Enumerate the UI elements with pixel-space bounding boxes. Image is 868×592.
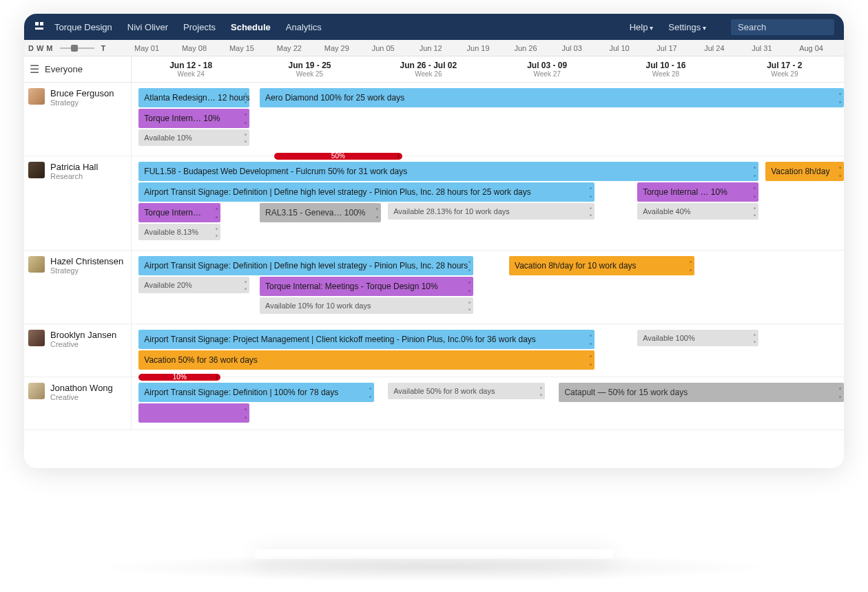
ruler-tick: Jul 17	[654, 44, 701, 52]
bars-cell: Airport Transit Signage: Project Managem…	[132, 324, 844, 377]
gantt-bar[interactable]: Available 28.13% for 10 work days	[388, 203, 595, 220]
ruler-tick: Jul 24	[701, 44, 749, 52]
week-cell[interactable]: Jun 12 - 18Week 24	[132, 56, 250, 82]
nav-projects[interactable]: Projects	[183, 22, 216, 32]
ruler-tick: Jun 05	[369, 44, 417, 52]
bars-cell: Atlanta Redesign… 12 hoursAero Diamond 1…	[132, 83, 844, 156]
ruler-tick: Jun 19	[464, 44, 512, 52]
gantt-bar[interactable]: Vacation 8h/day	[765, 162, 844, 181]
gantt-bar[interactable]: Atlanta Redesign… 12 hours	[138, 88, 249, 107]
zoom-t[interactable]: T	[101, 44, 106, 52]
week-cell[interactable]: Jun 19 - 25Week 25	[250, 56, 369, 82]
person-name: Patricia Hall	[50, 162, 98, 172]
person-cell[interactable]: Brooklyn JansenCreative	[24, 324, 132, 377]
ruler-tick: May 29	[322, 44, 369, 52]
ruler-tick: Jul 03	[559, 44, 606, 52]
nav-user[interactable]: Nivi Oliver	[127, 22, 168, 32]
gantt-bar[interactable]: Available 40%	[637, 203, 758, 220]
date-ruler: D W M T May 01May 08May 15May 22May 29Ju…	[24, 40, 844, 56]
person-row: Bruce FergusonStrategyAtlanta Redesign… …	[24, 83, 844, 156]
gantt-bar[interactable]: Torque Intern…	[138, 203, 220, 222]
ruler-tick: Jul 10	[606, 44, 654, 52]
search-input[interactable]	[738, 22, 827, 32]
ruler-tick: May 01	[132, 44, 179, 52]
person-name: Brooklyn Jansen	[50, 330, 116, 340]
zoom-d[interactable]: D	[28, 44, 34, 52]
person-cell[interactable]: Patricia HallResearch	[24, 156, 132, 250]
week-cell[interactable]: Jul 03 - 09Week 27	[488, 56, 606, 82]
ruler-tick: May 15	[227, 44, 274, 52]
gantt-bar[interactable]: Catapult — 50% for 15 work days	[559, 383, 844, 402]
search-box[interactable]	[731, 19, 834, 35]
avatar	[28, 330, 45, 346]
person-role: Strategy	[50, 98, 114, 107]
person-row: Brooklyn JansenCreativeAirport Transit S…	[24, 324, 844, 377]
week-cell[interactable]: Jul 10 - 16Week 28	[606, 56, 725, 82]
zoom-m[interactable]: M	[46, 44, 52, 52]
gantt-bar[interactable]	[138, 403, 249, 423]
gantt-bar[interactable]: Airport Transit Signage: Definition | De…	[138, 256, 473, 275]
svg-rect-2	[35, 28, 43, 30]
nav-settings[interactable]: Settings	[668, 22, 706, 32]
gantt-bar[interactable]: Airport Transit Signage: Definition | 10…	[138, 383, 373, 402]
ruler-tick: Jul 31	[749, 44, 796, 52]
avatar	[28, 383, 45, 399]
week-cell[interactable]: Jun 26 - Jul 02Week 26	[369, 56, 488, 82]
ruler-tick: Jun 26	[512, 44, 559, 52]
ruler-tick: Jun 12	[417, 44, 464, 52]
svg-rect-1	[40, 22, 43, 25]
gantt-bar[interactable]: Vacation 50% for 36 work days	[138, 350, 595, 370]
avatar	[28, 256, 45, 273]
gantt-bar[interactable]: Available 10%	[138, 129, 249, 146]
gantt-bar[interactable]: Available 8.13%	[138, 224, 220, 240]
gantt-bar[interactable]: Airport Transit Signage: Definition | De…	[138, 182, 595, 202]
person-name: Bruce Ferguson	[50, 88, 114, 98]
gantt-bar[interactable]: Available 100%	[637, 330, 758, 346]
ruler-tick: Aug 04	[796, 44, 844, 52]
app-logo-icon	[34, 21, 45, 32]
nav-help[interactable]: Help	[630, 22, 654, 32]
svg-rect-0	[35, 22, 39, 25]
person-row: Hazel ChristensenStrategyAirport Transit…	[24, 251, 844, 324]
avatar	[28, 88, 45, 105]
gantt-bar[interactable]: Available 20%	[138, 277, 249, 293]
bars-cell: 50%FUL1.58 - Budapest Web Development - …	[132, 156, 844, 250]
brand[interactable]: Torque Design	[54, 22, 112, 32]
bars-cell: Airport Transit Signage: Definition | De…	[132, 251, 844, 324]
gantt-bar[interactable]: Available 50% for 8 work days	[388, 383, 544, 399]
person-name: Jonathon Wong	[50, 383, 113, 393]
week-cell[interactable]: Jul 17 - 2Week 29	[725, 56, 844, 82]
gantt-bar[interactable]: 50%	[274, 153, 402, 160]
week-header: ☰ Everyone Jun 12 - 18Week 24Jun 19 - 25…	[24, 56, 844, 83]
gantt-bar[interactable]: FUL1.58 - Budapest Web Development - Ful…	[138, 162, 758, 181]
person-name: Hazel Christensen	[50, 256, 123, 266]
avatar	[28, 162, 45, 178]
person-role: Research	[50, 172, 98, 180]
person-row: Patricia HallResearch50%FUL1.58 - Budape…	[24, 156, 844, 251]
gantt-bar[interactable]: Airport Transit Signage: Project Managem…	[138, 330, 595, 349]
gantt-bar[interactable]: Aero Diamond 100% for 25 work days	[260, 88, 844, 107]
gantt-bar[interactable]: Torque Internal: Meetings - Torque Desig…	[260, 277, 473, 296]
menu-icon[interactable]: ☰	[30, 63, 39, 76]
gantt-bar[interactable]: Available 10% for 10 work days	[260, 297, 473, 314]
zoom-w[interactable]: W	[37, 44, 43, 52]
person-role: Creative	[50, 340, 116, 348]
nav-analytics[interactable]: Analytics	[286, 22, 322, 32]
gantt-bar[interactable]: Torque Internal … 10%	[637, 182, 758, 202]
person-cell[interactable]: Jonathon WongCreative	[24, 377, 132, 430]
person-cell[interactable]: Hazel ChristensenStrategy	[24, 251, 132, 324]
navbar: Torque Design Nivi Oliver Projects Sched…	[24, 14, 844, 40]
filter-label[interactable]: Everyone	[45, 64, 83, 74]
gantt-bar[interactable]: RAL3.15 - Geneva… 100%	[260, 203, 381, 222]
nav-schedule[interactable]: Schedule	[231, 22, 271, 32]
person-cell[interactable]: Bruce FergusonStrategy	[24, 83, 132, 156]
person-role: Creative	[50, 393, 113, 401]
ruler-tick: May 22	[274, 44, 322, 52]
gantt-bar[interactable]: Torque Intern… 10%	[138, 109, 249, 128]
person-role: Strategy	[50, 266, 123, 275]
zoom-slider[interactable]	[60, 47, 94, 49]
gantt-bar[interactable]: 10%	[138, 374, 220, 381]
bars-cell: 10%Airport Transit Signage: Definition |…	[132, 377, 844, 430]
ruler-tick: May 08	[179, 44, 227, 52]
gantt-bar[interactable]: Vacation 8h/day for 10 work days	[509, 256, 694, 275]
